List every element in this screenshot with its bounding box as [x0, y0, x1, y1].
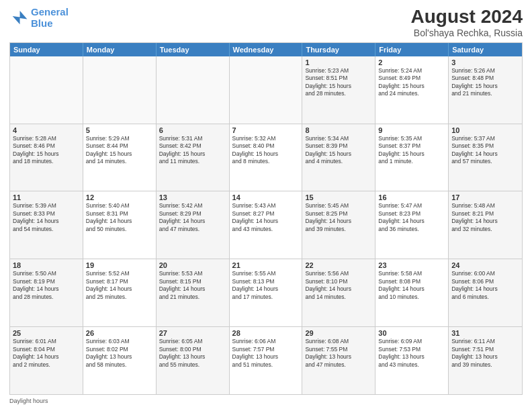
page-subtitle: Bol'shaya Rechka, Russia: [411, 28, 523, 38]
calendar-cell: 17Sunrise: 5:48 AMSunset: 8:21 PMDayligh…: [449, 191, 522, 259]
calendar-cell: 4Sunrise: 5:28 AMSunset: 8:46 PMDaylight…: [10, 124, 83, 191]
day-header-saturday: Saturday: [449, 43, 522, 56]
header: General Blue August 2024 Bol'shaya Rechk…: [9, 7, 523, 38]
calendar-week-5: 25Sunrise: 6:01 AMSunset: 8:04 PMDayligh…: [10, 326, 522, 394]
day-header-wednesday: Wednesday: [230, 43, 303, 56]
calendar-cell: 16Sunrise: 5:47 AMSunset: 8:23 PMDayligh…: [375, 191, 449, 259]
day-number: 22: [305, 261, 372, 269]
title-block: August 2024 Bol'shaya Rechka, Russia: [411, 7, 523, 38]
calendar-body: 1Sunrise: 5:23 AMSunset: 8:51 PMDaylight…: [10, 56, 522, 394]
day-info: Sunrise: 5:31 AMSunset: 8:42 PMDaylight:…: [159, 135, 226, 166]
day-number: 19: [86, 261, 153, 269]
day-number: 8: [305, 126, 372, 134]
day-info: Sunrise: 5:50 AMSunset: 8:19 PMDaylight:…: [13, 270, 80, 301]
day-number: 18: [13, 261, 80, 269]
calendar-cell: 7Sunrise: 5:32 AMSunset: 8:40 PMDaylight…: [230, 124, 303, 191]
day-info: Sunrise: 5:55 AMSunset: 8:13 PMDaylight:…: [232, 270, 300, 301]
day-info: Sunrise: 5:35 AMSunset: 8:37 PMDaylight:…: [378, 135, 445, 166]
calendar-cell: 30Sunrise: 6:09 AMSunset: 7:53 PMDayligh…: [375, 327, 449, 394]
day-number: 12: [86, 193, 153, 201]
calendar-header: SundayMondayTuesdayWednesdayThursdayFrid…: [10, 43, 522, 56]
day-info: Sunrise: 5:40 AMSunset: 8:31 PMDaylight:…: [86, 202, 153, 233]
calendar-cell: [83, 56, 157, 124]
calendar-cell: 8Sunrise: 5:34 AMSunset: 8:39 PMDaylight…: [302, 124, 375, 191]
day-header-tuesday: Tuesday: [157, 43, 230, 56]
day-info: Sunrise: 6:01 AMSunset: 8:04 PMDaylight:…: [13, 338, 80, 369]
calendar-cell: 21Sunrise: 5:55 AMSunset: 8:13 PMDayligh…: [230, 259, 303, 326]
day-number: 27: [159, 329, 226, 337]
day-number: 11: [13, 193, 80, 201]
calendar-cell: 26Sunrise: 6:03 AMSunset: 8:02 PMDayligh…: [83, 327, 157, 394]
day-number: 25: [13, 329, 80, 337]
calendar-week-1: 1Sunrise: 5:23 AMSunset: 8:51 PMDaylight…: [10, 56, 522, 124]
day-number: 31: [451, 329, 519, 337]
day-info: Sunrise: 5:29 AMSunset: 8:44 PMDaylight:…: [86, 135, 153, 166]
day-info: Sunrise: 5:47 AMSunset: 8:23 PMDaylight:…: [378, 202, 445, 233]
day-number: 23: [378, 261, 445, 269]
calendar-cell: 1Sunrise: 5:23 AMSunset: 8:51 PMDaylight…: [302, 56, 375, 124]
logo-line1: General: [31, 6, 69, 17]
day-number: 21: [232, 261, 300, 269]
day-info: Sunrise: 5:34 AMSunset: 8:39 PMDaylight:…: [305, 135, 372, 166]
day-number: 15: [305, 193, 372, 201]
day-info: Sunrise: 5:45 AMSunset: 8:25 PMDaylight:…: [305, 202, 372, 233]
day-info: Sunrise: 5:37 AMSunset: 8:35 PMDaylight:…: [451, 135, 519, 166]
calendar-cell: 9Sunrise: 5:35 AMSunset: 8:37 PMDaylight…: [375, 124, 449, 191]
calendar-cell: 28Sunrise: 6:06 AMSunset: 7:57 PMDayligh…: [230, 327, 303, 394]
calendar-cell: 15Sunrise: 5:45 AMSunset: 8:25 PMDayligh…: [302, 191, 375, 259]
calendar-week-3: 11Sunrise: 5:39 AMSunset: 8:33 PMDayligh…: [10, 191, 522, 259]
calendar-cell: 18Sunrise: 5:50 AMSunset: 8:19 PMDayligh…: [10, 259, 83, 326]
day-info: Sunrise: 5:42 AMSunset: 8:29 PMDaylight:…: [159, 202, 226, 233]
calendar-cell: 22Sunrise: 5:56 AMSunset: 8:10 PMDayligh…: [302, 259, 375, 326]
day-number: 13: [159, 193, 226, 201]
day-number: 20: [159, 261, 226, 269]
calendar-cell: 6Sunrise: 5:31 AMSunset: 8:42 PMDaylight…: [157, 124, 230, 191]
calendar-cell: 12Sunrise: 5:40 AMSunset: 8:31 PMDayligh…: [83, 191, 157, 259]
day-number: 24: [451, 261, 519, 269]
logo: General Blue: [9, 7, 69, 29]
logo-line2: Blue: [31, 17, 53, 29]
day-number: 5: [86, 126, 153, 134]
calendar-cell: 13Sunrise: 5:42 AMSunset: 8:29 PMDayligh…: [157, 191, 230, 259]
logo-icon: [9, 9, 28, 28]
day-info: Sunrise: 5:24 AMSunset: 8:49 PMDaylight:…: [378, 67, 445, 98]
day-info: Sunrise: 5:56 AMSunset: 8:10 PMDaylight:…: [305, 270, 372, 301]
calendar-cell: 27Sunrise: 6:05 AMSunset: 8:00 PMDayligh…: [157, 327, 230, 394]
page-title: August 2024: [411, 7, 523, 28]
calendar-week-4: 18Sunrise: 5:50 AMSunset: 8:19 PMDayligh…: [10, 259, 522, 326]
calendar-cell: 20Sunrise: 5:53 AMSunset: 8:15 PMDayligh…: [157, 259, 230, 326]
calendar-cell: 31Sunrise: 6:11 AMSunset: 7:51 PMDayligh…: [449, 327, 522, 394]
day-info: Sunrise: 6:09 AMSunset: 7:53 PMDaylight:…: [378, 338, 445, 369]
day-info: Sunrise: 6:03 AMSunset: 8:02 PMDaylight:…: [86, 338, 153, 369]
footer-note: Daylight hours: [9, 398, 523, 404]
day-number: 1: [305, 58, 372, 66]
day-info: Sunrise: 5:52 AMSunset: 8:17 PMDaylight:…: [86, 270, 153, 301]
calendar-week-2: 4Sunrise: 5:28 AMSunset: 8:46 PMDaylight…: [10, 124, 522, 191]
day-number: 29: [305, 329, 372, 337]
day-info: Sunrise: 6:05 AMSunset: 8:00 PMDaylight:…: [159, 338, 226, 369]
day-number: 16: [378, 193, 445, 201]
day-number: 10: [451, 126, 519, 134]
calendar: SundayMondayTuesdayWednesdayThursdayFrid…: [9, 42, 523, 395]
calendar-cell: 10Sunrise: 5:37 AMSunset: 8:35 PMDayligh…: [449, 124, 522, 191]
calendar-cell: [10, 56, 83, 124]
day-number: 26: [86, 329, 153, 337]
calendar-cell: 2Sunrise: 5:24 AMSunset: 8:49 PMDaylight…: [375, 56, 449, 124]
calendar-cell: [230, 56, 303, 124]
calendar-cell: 5Sunrise: 5:29 AMSunset: 8:44 PMDaylight…: [83, 124, 157, 191]
calendar-cell: 23Sunrise: 5:58 AMSunset: 8:08 PMDayligh…: [375, 259, 449, 326]
day-number: 7: [232, 126, 300, 134]
page: General Blue August 2024 Bol'shaya Rechk…: [0, 0, 532, 411]
day-header-sunday: Sunday: [10, 43, 83, 56]
day-info: Sunrise: 5:26 AMSunset: 8:48 PMDaylight:…: [451, 67, 519, 98]
day-info: Sunrise: 5:53 AMSunset: 8:15 PMDaylight:…: [159, 270, 226, 301]
day-info: Sunrise: 6:11 AMSunset: 7:51 PMDaylight:…: [451, 338, 519, 369]
day-header-monday: Monday: [83, 43, 157, 56]
calendar-cell: 29Sunrise: 6:08 AMSunset: 7:55 PMDayligh…: [302, 327, 375, 394]
footer-text: Daylight hours: [9, 398, 48, 404]
day-info: Sunrise: 5:58 AMSunset: 8:08 PMDaylight:…: [378, 270, 445, 301]
calendar-cell: 14Sunrise: 5:43 AMSunset: 8:27 PMDayligh…: [230, 191, 303, 259]
day-info: Sunrise: 5:23 AMSunset: 8:51 PMDaylight:…: [305, 67, 372, 98]
day-number: 2: [378, 58, 445, 66]
day-info: Sunrise: 5:39 AMSunset: 8:33 PMDaylight:…: [13, 202, 80, 233]
